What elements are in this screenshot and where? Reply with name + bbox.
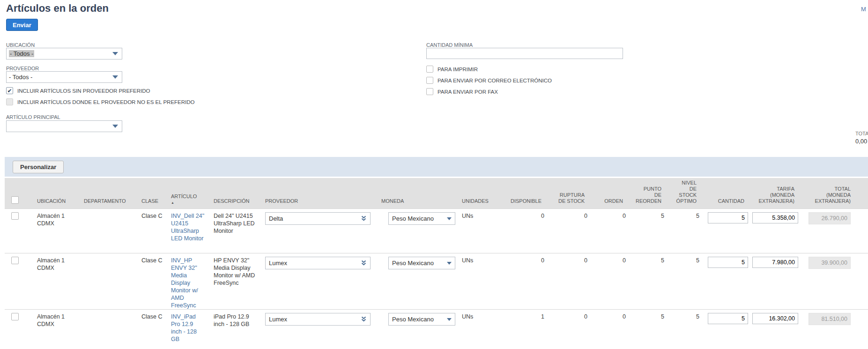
column-header-ruptura[interactable]: RUPTURA DE STOCK [549,178,592,208]
cell-proveedor: Lumex [259,310,375,349]
column-header-articulo[interactable]: ARTÍCULO▲ [165,178,207,208]
unchecked-checkbox[interactable] [426,66,433,73]
tarifa-input[interactable] [752,212,798,223]
dropdown-arrow-icon [112,52,118,55]
row-moneda-select[interactable]: Peso Mexicano [388,313,455,326]
column-header-orden[interactable]: ORDEN [592,178,631,208]
cell-clase: Clase C [135,310,165,349]
column-header-clase[interactable]: CLASE [135,178,165,208]
cell-text: 0 [623,313,626,320]
column-label: DISPONIBLE [511,198,542,204]
table-header-row: UBICACIÓNDEPARTAMENTOCLASEARTÍCULO▲DESCR… [5,178,868,208]
column-header-departamento[interactable]: DEPARTAMENTO [77,178,135,208]
page-title: Artículos en la orden [6,2,109,15]
cell-text: 5 [661,213,664,219]
customize-button[interactable]: Personalizar [13,161,64,173]
column-label: TARIFA (MONEDA EXTRANJERA) [759,186,794,204]
row-checkbox[interactable] [11,313,19,320]
column-label: DEPARTAMENTO [84,198,126,204]
unchecked-checkbox[interactable] [426,77,433,84]
total-readonly-field: 39.900,00 [809,257,851,269]
column-label: ARTÍCULO [171,193,197,200]
cell-text: 5 [661,257,664,264]
column-header-descripcion[interactable]: DESCRIPCIÓN [207,178,259,208]
cell-moneda: Peso Mexicano [375,310,455,349]
page: Artículos en la orden M Enviar UBICACIÓN… [0,0,868,349]
more-link[interactable]: M [861,6,866,13]
column-header-total[interactable]: TOTAL (MONEDA EXTRANJERA) [802,178,856,208]
tarifa-input[interactable] [752,313,798,324]
item-link[interactable]: INV_HP ENVY 32" Media Display Monitor w/… [171,257,207,309]
proveedor-select-value: - Todos - [9,74,32,81]
column-label: TOTAL (MONEDA EXTRANJERA) [815,186,851,204]
column-header-punto_reorden[interactable]: PUNTO DE REORDEN [631,178,669,208]
cell-text: Almacén 1 CDMX [37,213,65,227]
total-label: TOTAL [855,131,868,136]
cell-descripcion: Dell 24" U2415 UltraSharp LED Monitor [207,209,259,253]
column-header-disponible[interactable]: DISPONIBLE [497,178,549,208]
double-chevron-down-icon [361,260,367,266]
dropdown-arrow-icon [447,217,452,220]
cell-disponible: 1 [497,310,549,349]
column-header-ubicacion[interactable]: UBICACIÓN [30,178,77,208]
articulo-principal-select[interactable] [6,120,122,132]
cell-text: UNs [462,257,473,264]
cell-text: Dell 24" U2415 UltraSharp LED Monitor [214,213,255,234]
select-all-checkbox[interactable] [11,196,19,204]
ubicacion-select[interactable]: - Todos - [6,48,122,59]
cell-ruptura: 0 [549,209,592,253]
checked-checkbox[interactable]: ✔ [6,87,13,94]
cell-text: 0 [623,213,626,219]
checkbox-label: PARA ENVIAR POR CORREO ELECTRÓNICO [438,78,552,83]
cell-text: 0 [541,257,544,264]
column-label: MONEDA [381,198,404,204]
item-link[interactable]: INV_iPad Pro 12.9 inch - 128 GB [171,313,207,343]
cell-select [5,310,30,349]
cell-tarifa [752,253,802,309]
column-header-cantidad[interactable]: CANTIDAD [704,178,752,208]
cell-articulo: INV_iPad Pro 12.9 inch - 128 GB [165,310,207,349]
cell-text: Clase C [141,213,162,219]
submit-button[interactable]: Enviar [6,19,38,31]
ubicacion-label: UBICACIÓN [6,42,35,48]
item-link[interactable]: INV_Dell 24" U2415 UltraSharp LED Monito… [171,212,207,242]
cell-total: 26.790,00 [802,209,856,253]
cantidad-minima-input[interactable] [426,48,623,59]
row-checkbox[interactable] [11,257,19,264]
cantidad-input[interactable] [708,313,748,324]
proveedor-label: PROVEEDOR [6,66,39,71]
cell-ubicacion: Almacén 1 CDMX [30,253,77,309]
cell-text: 0 [584,313,587,320]
cell-proveedor: Delta [259,209,375,253]
column-header-nivel_stock[interactable]: NIVEL DE STOCK ÓPTIMO [669,178,704,208]
cantidad-input[interactable] [708,212,748,223]
unchecked-checkbox[interactable] [6,98,13,105]
cell-proveedor: Lumex [259,253,375,309]
unchecked-checkbox[interactable] [426,88,433,95]
checkbox-label: PARA ENVIAR POR FAX [438,89,498,95]
cell-unidades: UNs [455,209,497,253]
dropdown-arrow-icon [112,125,118,128]
ubicacion-select-value: - Todos - [9,50,34,57]
cell-cantidad [704,253,752,309]
table-row: Almacén 1 CDMXClase CINV_Dell 24" U2415 … [5,208,868,253]
proveedor-select[interactable]: - Todos - [6,71,122,83]
double-chevron-down-icon [361,215,367,222]
cantidad-input[interactable] [708,257,748,268]
column-header-unidades[interactable]: UNIDADES [455,178,497,208]
row-moneda-select[interactable]: Peso Mexicano [388,212,455,225]
cell-text: Clase C [141,313,162,320]
cell-text: 5 [696,257,699,264]
column-header-proveedor[interactable]: PROVEEDOR [259,178,375,208]
row-checkbox[interactable] [11,212,19,220]
row-proveedor-select[interactable]: Lumex [265,257,371,269]
column-header-moneda[interactable]: MONEDA [375,178,455,208]
column-header-tarifa[interactable]: TARIFA (MONEDA EXTRANJERA) [752,178,802,208]
cell-nivel_stock: 5 [669,310,704,349]
table-row: Almacén 1 CDMXClase CINV_HP ENVY 32" Med… [5,253,868,309]
row-moneda-select[interactable]: Peso Mexicano [388,257,455,269]
row-proveedor-select[interactable]: Delta [265,212,371,225]
row-proveedor-select[interactable]: Lumex [265,313,371,326]
sort-ascending-icon: ▲ [171,201,174,204]
tarifa-input[interactable] [752,257,798,268]
